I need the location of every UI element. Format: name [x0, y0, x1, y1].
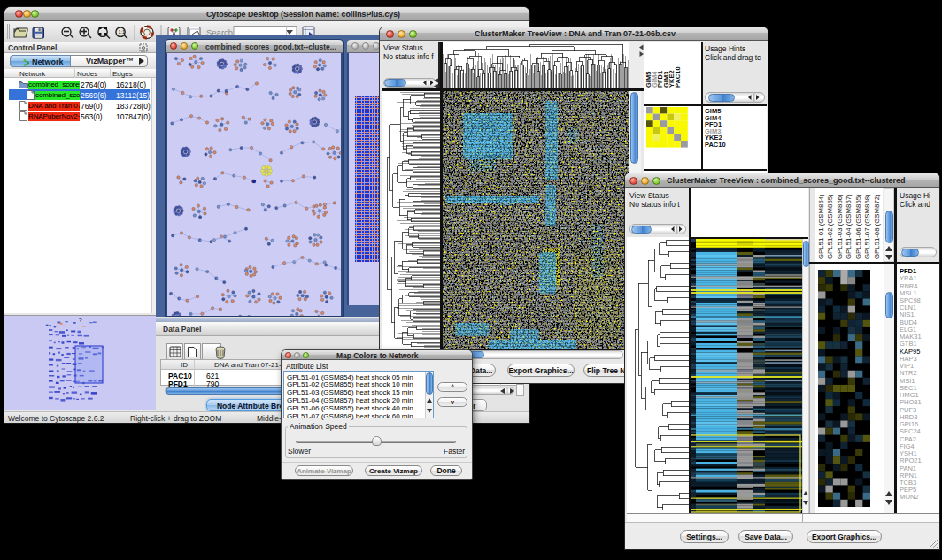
svg-text:GPL51-04 (GSM857): GPL51-04 (GSM857): [845, 194, 853, 259]
svg-text:GPL51-03 (GSM856): GPL51-03 (GSM856): [836, 194, 844, 259]
svg-text:1:1: 1:1: [119, 29, 126, 35]
svg-text:PAC10: PAC10: [674, 66, 682, 88]
svg-text:GPL51-08 (GSM872): GPL51-08 (GSM872): [873, 194, 881, 259]
svg-text:GPL51-06 (GSM865): GPL51-06 (GSM865): [854, 194, 862, 259]
svg-text:GPL51-02 (GSM855): GPL51-02 (GSM855): [826, 194, 834, 259]
svg-text:GPL51-07 (GSM868): GPL51-07 (GSM868): [863, 194, 871, 259]
svg-text:GPL51-01 (GSM854): GPL51-01 (GSM854): [817, 194, 825, 259]
